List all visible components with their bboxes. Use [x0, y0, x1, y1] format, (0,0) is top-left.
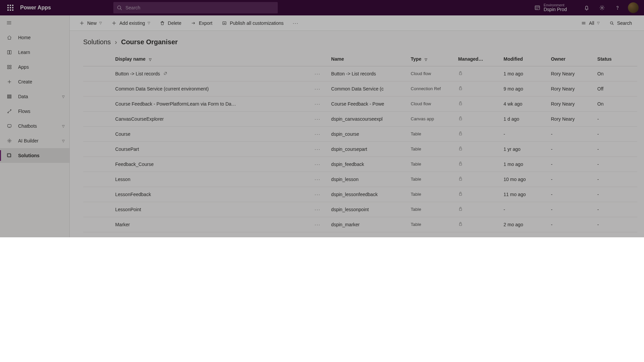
sidebar-item-apps[interactable]: Apps: [0, 60, 69, 74]
sidebar-item-data[interactable]: Data▽: [0, 89, 69, 104]
sidebar-item-create[interactable]: Create: [0, 74, 69, 89]
sidebar-item-ai-builder[interactable]: AI Builder▽: [0, 133, 69, 148]
table-row[interactable]: Marker···dspin_markerTable2 mo ago--: [83, 217, 637, 232]
table-row[interactable]: Common Data Service (current environment…: [83, 81, 637, 96]
row-managed: [455, 66, 501, 81]
table-row[interactable]: Feedback_Course···dspin_feedbackTable1 m…: [83, 157, 637, 172]
environment-picker[interactable]: Environment Dspin Prod: [534, 3, 567, 12]
table-row[interactable]: Button -> List records···Button -> List …: [83, 66, 637, 81]
sidebar-item-solutions[interactable]: Solutions: [0, 148, 69, 163]
row-type: Table: [408, 187, 455, 202]
column-type[interactable]: Type ▽: [408, 52, 455, 66]
svg-rect-35: [459, 103, 462, 105]
sidebar-item-learn[interactable]: Learn: [0, 45, 69, 60]
row-display-name[interactable]: Course: [113, 126, 307, 141]
row-more-button[interactable]: ···: [307, 217, 328, 232]
row-more-button[interactable]: ···: [307, 126, 328, 141]
row-select-cell[interactable]: [83, 111, 113, 126]
row-select-cell[interactable]: [83, 66, 113, 81]
row-more-button[interactable]: ···: [307, 96, 328, 111]
row-more-button[interactable]: ···: [307, 157, 328, 172]
row-display-name[interactable]: CoursePart: [113, 141, 307, 157]
row-select-cell[interactable]: [83, 81, 113, 96]
add-existing-button[interactable]: Add existing ▽: [109, 18, 153, 28]
row-managed: [455, 157, 501, 172]
svg-rect-33: [459, 73, 462, 75]
row-select-cell[interactable]: [83, 187, 113, 202]
row-display-name[interactable]: Marker: [113, 217, 307, 232]
data-icon: [6, 93, 13, 100]
app-name: Power Apps: [20, 5, 51, 11]
row-more-button[interactable]: ···: [307, 141, 328, 157]
user-avatar[interactable]: [628, 2, 639, 13]
notifications-button[interactable]: [579, 0, 594, 15]
row-more-button[interactable]: ···: [307, 187, 328, 202]
row-display-name[interactable]: LessonPoint: [113, 202, 307, 217]
table-row[interactable]: CanvasCourseExplorer···dspin_canvascours…: [83, 111, 637, 126]
row-select-cell[interactable]: [83, 96, 113, 111]
breadcrumb-root[interactable]: Solutions: [83, 38, 111, 46]
row-display-name[interactable]: Course Feedback - PowerPlatformLearn via…: [113, 96, 307, 111]
row-display-name-text: Marker: [115, 222, 130, 227]
table-header-row: Display name ▽ Name Type ▽ Managed… Modi…: [83, 52, 637, 66]
row-select-cell[interactable]: [83, 126, 113, 141]
row-select-cell[interactable]: [83, 202, 113, 217]
svg-rect-41: [459, 193, 462, 195]
new-button[interactable]: New ▽: [76, 18, 105, 28]
sidebar-item-flows[interactable]: Flows: [0, 104, 69, 119]
column-owner[interactable]: Owner: [548, 52, 594, 66]
row-owner: -: [548, 126, 594, 141]
settings-button[interactable]: [594, 0, 610, 15]
column-modified[interactable]: Modified: [501, 52, 548, 66]
sidebar-item-chatbots[interactable]: Chatbots▽: [0, 119, 69, 133]
column-display-name[interactable]: Display name ▽: [113, 52, 307, 66]
list-icon: [581, 20, 586, 26]
svg-rect-40: [459, 178, 462, 180]
row-modified: 4 wk ago: [501, 96, 548, 111]
row-display-name[interactable]: Common Data Service (current environment…: [113, 81, 307, 96]
sidebar-item-home[interactable]: Home: [0, 30, 69, 45]
row-more-button[interactable]: ···: [307, 202, 328, 217]
table-row[interactable]: LessonFeedback···dspin_lessonfeedbackTab…: [83, 187, 637, 202]
table-row[interactable]: CoursePart···dspin_coursepartTable1 yr a…: [83, 141, 637, 157]
column-status[interactable]: Status: [595, 52, 637, 66]
row-more-button[interactable]: ···: [307, 172, 328, 187]
publish-button[interactable]: Publish all customizations: [219, 18, 286, 28]
export-button[interactable]: Export: [188, 18, 215, 28]
row-select-cell[interactable]: [83, 172, 113, 187]
table-row[interactable]: Lesson···dspin_lessonTable10 mo ago--: [83, 172, 637, 187]
row-display-name[interactable]: Button -> List records: [113, 66, 307, 81]
row-select-cell[interactable]: [83, 141, 113, 157]
row-display-name-text: Lesson: [115, 177, 130, 182]
row-select-cell[interactable]: [83, 217, 113, 232]
row-more-button[interactable]: ···: [307, 111, 328, 126]
table-row[interactable]: Course Feedback - PowerPlatformLearn via…: [83, 96, 637, 111]
column-managed[interactable]: Managed…: [455, 52, 501, 66]
column-name[interactable]: Name: [328, 52, 408, 66]
global-search-input[interactable]: [125, 5, 274, 10]
row-display-name[interactable]: CanvasCourseExplorer: [113, 111, 307, 126]
command-search-button[interactable]: Search: [606, 18, 635, 28]
row-display-name[interactable]: LessonFeedback: [113, 187, 307, 202]
svg-rect-10: [8, 67, 9, 69]
help-icon: [614, 5, 621, 11]
table-row[interactable]: Course···dspin_courseTable---: [83, 126, 637, 141]
column-select[interactable]: [83, 52, 113, 66]
more-commands-button[interactable]: ···: [290, 18, 301, 28]
row-more-button[interactable]: ···: [307, 81, 328, 96]
table-row[interactable]: LessonPoint···dspin_lessonpointTable---: [83, 202, 637, 217]
app-launcher-waffle[interactable]: [3, 0, 18, 15]
row-modified: 9 mo ago: [501, 81, 548, 96]
view-filter-button[interactable]: All ▽: [578, 18, 602, 28]
row-display-name[interactable]: Lesson: [113, 172, 307, 187]
row-type: Cloud flow: [408, 66, 455, 81]
open-in-new-icon[interactable]: [163, 72, 167, 76]
row-more-button[interactable]: ···: [307, 66, 328, 81]
add-existing-label: Add existing: [119, 20, 145, 26]
global-search[interactable]: [113, 2, 278, 13]
row-select-cell[interactable]: [83, 157, 113, 172]
help-button[interactable]: [610, 0, 625, 15]
delete-button[interactable]: Delete: [157, 18, 184, 28]
row-display-name[interactable]: Feedback_Course: [113, 157, 307, 172]
nav-collapse-button[interactable]: [0, 15, 69, 30]
